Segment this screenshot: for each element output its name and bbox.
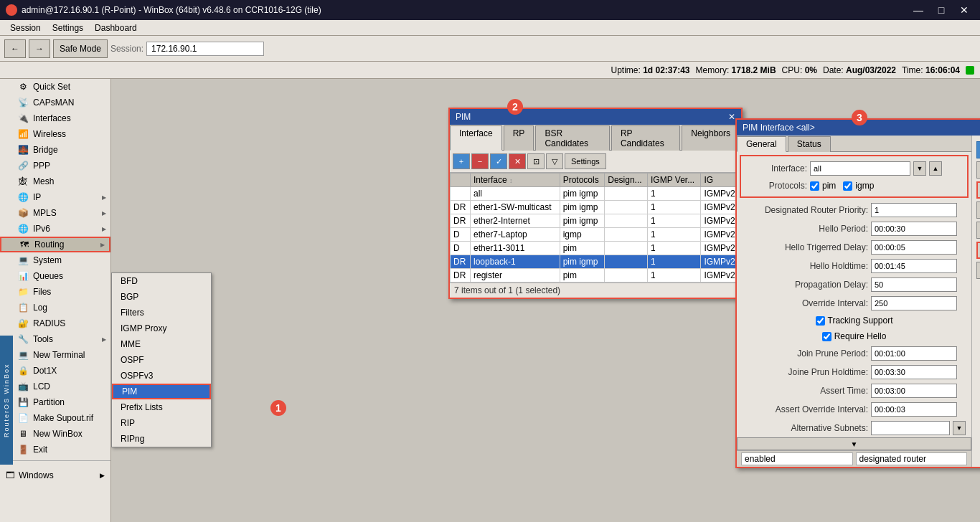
interface-dropdown[interactable]: ▼ (913, 161, 926, 176)
submenu-prefix-lists[interactable]: Prefix Lists (112, 399, 211, 415)
tab-general[interactable]: General (737, 136, 786, 152)
sidebar-item-capsman[interactable]: 📡 CAPsMAN (0, 95, 110, 110)
require-hello-checkbox-label[interactable]: Require Hello (822, 331, 887, 341)
submenu-pim[interactable]: PIM (112, 384, 211, 399)
filter-button[interactable]: ▽ (546, 153, 563, 169)
tab-rp-candidates[interactable]: RP Candidates (611, 125, 680, 151)
sidebar-item-new-winbox[interactable]: 🖥 New WinBox (0, 426, 110, 442)
sidebar-item-wireless[interactable]: 📶 Wireless (0, 126, 110, 142)
table-row[interactable]: DR ether2-Internet pim igmp 1 IGMPv2 (451, 214, 741, 228)
interface-input[interactable] (810, 161, 910, 176)
sidebar-item-mpls[interactable]: 📦 MPLS (0, 205, 110, 221)
maximize-button[interactable]: □ (931, 0, 951, 20)
sidebar-item-interfaces[interactable]: 🔌 Interfaces (0, 110, 110, 126)
submenu-ospfv3[interactable]: OSPFv3 (112, 368, 211, 384)
sidebar-item-partition[interactable]: 💾 Partition (0, 394, 110, 410)
col-protocols[interactable]: Protocols (560, 174, 605, 187)
sidebar-item-dot1x[interactable]: 🔒 Dot1X (0, 363, 110, 379)
scroll-down-button[interactable]: ▼ (737, 437, 971, 450)
menu-settings[interactable]: Settings (47, 22, 89, 34)
col-designated[interactable]: Design... (605, 174, 648, 187)
submenu-ospf[interactable]: OSPF (112, 352, 211, 368)
submenu-filters[interactable]: Filters (112, 305, 211, 321)
sidebar-item-log[interactable]: 📋 Log (0, 300, 110, 315)
sidebar-item-ip[interactable]: 🌐 IP (0, 189, 110, 205)
tab-bsr-candidates[interactable]: BSR Candidates (535, 125, 610, 151)
table-row[interactable]: DR ether1-SW-multicast pim igmp 1 IGMPv2 (451, 201, 741, 214)
sidebar-item-queues[interactable]: 📊 Queues (0, 268, 110, 284)
alt-subnets-dropdown[interactable]: ▼ (953, 421, 966, 435)
menu-session[interactable]: Session (4, 22, 47, 34)
join-prun-holdtime-input[interactable] (871, 365, 957, 379)
sidebar-item-routing[interactable]: 🗺 Routing (0, 237, 110, 252)
interface-up[interactable]: ▲ (929, 161, 942, 176)
tracking-checkbox[interactable] (816, 316, 825, 326)
hello-holdtime-input[interactable] (871, 259, 957, 273)
propagation-input[interactable] (871, 277, 957, 292)
dr-priority-input[interactable] (871, 203, 957, 217)
assert-time-input[interactable] (871, 384, 957, 398)
sidebar-item-exit[interactable]: 🚪 Exit (0, 442, 110, 457)
protocols-pim-checkbox[interactable]: pim (810, 181, 836, 191)
menu-dashboard[interactable]: Dashboard (89, 22, 143, 34)
hello-period-input[interactable] (871, 222, 957, 236)
close-button[interactable]: ✕ (954, 0, 974, 20)
windows-item[interactable]: 🗔 Windows ▶ (0, 460, 110, 489)
ok-button[interactable]: OK (976, 141, 980, 158)
session-ip-input[interactable] (146, 42, 264, 56)
sidebar-item-tools[interactable]: 🔧 Tools (0, 331, 110, 347)
sidebar-item-radius[interactable]: 🔐 RADIUS (0, 315, 110, 331)
tracking-checkbox-label[interactable]: Tracking Support (816, 315, 893, 326)
remove-button-action[interactable]: Remove (976, 262, 980, 279)
hello-triggered-input[interactable] (871, 240, 957, 255)
submenu-bfd[interactable]: BFD (112, 273, 211, 289)
sidebar-item-ppp[interactable]: 🔗 PPP (0, 158, 110, 174)
copy-button[interactable]: ⊡ (527, 153, 545, 169)
table-row[interactable]: all pim igmp 1 IGMPv2 (451, 187, 741, 201)
sidebar-item-system[interactable]: 💻 System (0, 252, 110, 268)
col-interface[interactable]: Interface ↕ (471, 174, 560, 187)
tab-neighbors[interactable]: Neighbors (682, 125, 740, 151)
sidebar-item-bridge[interactable]: 🌉 Bridge (0, 142, 110, 158)
enable-button[interactable]: ✓ (490, 153, 507, 169)
submenu-bgp[interactable]: BGP (112, 289, 211, 305)
sidebar-item-files[interactable]: 📁 Files (0, 284, 110, 300)
sidebar-item-lcd[interactable]: 📺 LCD (0, 379, 110, 394)
submenu-igmp-proxy[interactable]: IGMP Proxy (112, 321, 211, 336)
tab-interface[interactable]: Interface (450, 125, 502, 151)
minimize-button[interactable]: — (908, 0, 928, 20)
table-row[interactable]: DR register pim 1 IGMPv2 (451, 269, 741, 283)
sidebar-item-new-terminal[interactable]: 💻 New Terminal (0, 347, 110, 363)
remove-button[interactable]: − (471, 153, 489, 169)
tab-status[interactable]: Status (788, 136, 831, 152)
require-hello-checkbox[interactable] (822, 332, 831, 341)
table-row-selected[interactable]: DR loopback-1 pim igmp 1 IGMPv2 (451, 255, 741, 269)
disable-button[interactable]: ✕ (509, 153, 526, 169)
sidebar-item-quick-set[interactable]: ⚙ Quick Set (0, 79, 110, 95)
copy-action-button[interactable]: Copy (976, 242, 980, 259)
settings-button[interactable]: Settings (565, 153, 606, 169)
table-row[interactable]: D ether11-3011 pim 1 IGMPv2 (451, 242, 741, 255)
back-button[interactable]: ← (4, 39, 26, 58)
apply-button[interactable]: Apply (976, 181, 980, 199)
table-row[interactable]: D ether7-Laptop igmp 1 IGMPv2 (451, 228, 741, 242)
add-button[interactable]: + (453, 153, 470, 169)
safe-mode-button[interactable]: Safe Mode (53, 39, 108, 58)
cancel-button[interactable]: Cancel (976, 161, 980, 179)
assert-override-input[interactable] (871, 402, 957, 417)
submenu-rip[interactable]: RIP (112, 415, 211, 431)
alt-subnets-input[interactable] (871, 421, 950, 435)
submenu-mme[interactable]: MME (112, 336, 211, 352)
forward-button[interactable]: → (29, 39, 50, 58)
protocols-igmp-checkbox[interactable]: igmp (843, 181, 874, 191)
pim-close-button[interactable]: ✕ (728, 112, 735, 122)
tab-rp[interactable]: RP (504, 125, 534, 151)
disable-button-action[interactable]: Disable (976, 201, 980, 219)
col-igmpver[interactable]: IGMP Ver... (648, 174, 701, 187)
submenu-ripng[interactable]: RIPng (112, 431, 211, 447)
sidebar-item-mesh[interactable]: 🕸 Mesh (0, 174, 110, 189)
comment-button[interactable]: Comment (976, 222, 980, 239)
override-input[interactable] (871, 296, 957, 310)
sidebar-item-ipv6[interactable]: 🌐 IPv6 (0, 221, 110, 237)
sidebar-item-make-supout[interactable]: 📄 Make Supout.rif (0, 410, 110, 426)
